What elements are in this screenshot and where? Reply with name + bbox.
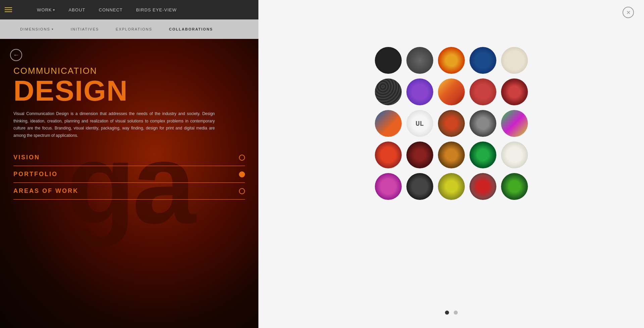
nav-about[interactable]: ABOUT bbox=[68, 7, 85, 12]
close-button[interactable]: ✕ bbox=[623, 7, 634, 18]
menu-vision-dot bbox=[239, 155, 245, 161]
portfolio-circle-16[interactable] bbox=[375, 142, 402, 168]
portfolio-circle-25[interactable] bbox=[501, 173, 528, 200]
subnav-collaborations[interactable]: COLLABORATIONS bbox=[169, 27, 213, 31]
portfolio-circle-11[interactable] bbox=[375, 110, 402, 137]
hero-menu: VISION PORTFOLIO AREAS OF WORK bbox=[13, 149, 245, 200]
subnav-initiatives[interactable]: INITIATIVES bbox=[71, 27, 99, 31]
portfolio-circle-21[interactable] bbox=[375, 173, 402, 200]
portfolio-circle-24[interactable] bbox=[469, 173, 496, 200]
back-button[interactable]: ← bbox=[10, 49, 22, 61]
portfolio-circle-19[interactable] bbox=[469, 142, 496, 168]
nav-connect[interactable]: CONNECT bbox=[99, 7, 122, 12]
portfolio-circle-3[interactable] bbox=[438, 47, 465, 74]
portfolio-grid: UL bbox=[375, 47, 528, 200]
menu-vision-label: VISION bbox=[13, 154, 40, 161]
top-nav-left: WORK ABOUT CONNECT BIRDS EYE-VIEW bbox=[0, 0, 258, 19]
subnav-dimensions[interactable]: DIMENSIONS bbox=[20, 27, 54, 31]
portfolio-circle-12[interactable]: UL bbox=[406, 110, 433, 137]
nav-birds-eye[interactable]: BIRDS EYE-VIEW bbox=[136, 7, 177, 12]
hero-content: COMMUNICATION DESIGN Visual Communicatio… bbox=[13, 66, 245, 200]
portfolio-circle-14[interactable] bbox=[469, 110, 496, 137]
right-panel: ✕ UL bbox=[258, 0, 644, 328]
menu-item-portfolio[interactable]: PORTFOLIO bbox=[13, 166, 245, 183]
portfolio-circle-6[interactable] bbox=[375, 78, 402, 105]
subnav-explorations[interactable]: EXPLORATIONS bbox=[116, 27, 152, 31]
portfolio-circle-4[interactable] bbox=[469, 47, 496, 74]
portfolio-circle-13[interactable] bbox=[438, 110, 465, 137]
menu-portfolio-dot bbox=[239, 171, 245, 177]
portfolio-circle-10[interactable] bbox=[501, 78, 528, 105]
menu-item-vision[interactable]: VISION bbox=[13, 149, 245, 166]
portfolio-circle-22[interactable] bbox=[406, 173, 433, 200]
pagination bbox=[445, 311, 458, 315]
portfolio-circle-23[interactable] bbox=[438, 173, 465, 200]
portfolio-circle-18[interactable] bbox=[438, 142, 465, 168]
portfolio-circle-8[interactable] bbox=[438, 78, 465, 105]
left-hero-panel: ga ← COMMUNICATION DESIGN Visual Communi… bbox=[0, 39, 258, 328]
menu-portfolio-label: PORTFOLIO bbox=[13, 171, 58, 178]
menu-areas-label: AREAS OF WORK bbox=[13, 187, 79, 195]
sub-nav: DIMENSIONS INITIATIVES EXPLORATIONS COLL… bbox=[0, 19, 258, 39]
page-dot-1[interactable] bbox=[445, 311, 449, 315]
portfolio-circle-17[interactable] bbox=[406, 142, 433, 168]
portfolio-circle-9[interactable] bbox=[469, 78, 496, 105]
hamburger-menu[interactable] bbox=[0, 7, 17, 12]
menu-item-areas[interactable]: AREAS OF WORK bbox=[13, 183, 245, 200]
portfolio-circle-7[interactable] bbox=[406, 78, 433, 105]
portfolio-circle-5[interactable] bbox=[501, 47, 528, 74]
nav-work[interactable]: WORK bbox=[37, 7, 55, 12]
portfolio-circle-15[interactable] bbox=[501, 110, 528, 137]
portfolio-circle-20[interactable] bbox=[501, 142, 528, 168]
menu-areas-dot bbox=[239, 188, 245, 194]
page-dot-2[interactable] bbox=[454, 311, 458, 315]
portfolio-circle-2[interactable] bbox=[406, 47, 433, 74]
hero-title: DESIGN bbox=[13, 76, 245, 105]
portfolio-circle-1[interactable] bbox=[375, 47, 402, 74]
hero-description: Visual Communication Design is a dimensi… bbox=[13, 110, 215, 139]
nav-links: WORK ABOUT CONNECT BIRDS EYE-VIEW bbox=[37, 7, 177, 12]
